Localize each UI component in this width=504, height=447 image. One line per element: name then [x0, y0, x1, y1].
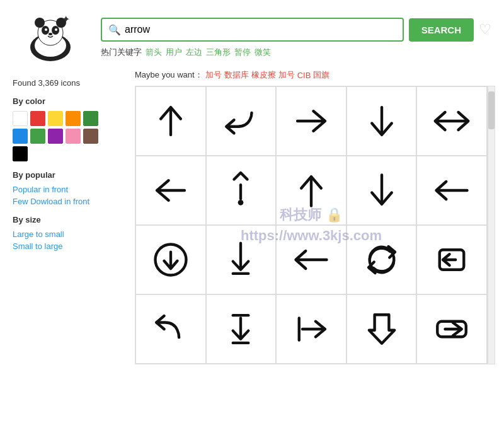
color-orange[interactable] [66, 111, 81, 126]
color-black[interactable] [13, 146, 28, 161]
color-pink[interactable] [66, 129, 81, 144]
logo-area: ✦ [13, 13, 88, 63]
popular-in-front-link[interactable]: Popular in front [13, 185, 126, 194]
large-to-small-link[interactable]: Large to small [13, 229, 126, 239]
color-blue[interactable] [13, 129, 28, 144]
icon-grid [135, 86, 488, 364]
color-yellow[interactable] [48, 111, 63, 126]
hot-label: 热门关键字 [101, 47, 142, 58]
icon-cell-down-with-line[interactable] [206, 294, 277, 364]
color-white[interactable] [13, 111, 28, 126]
hot-keyword-2[interactable]: 用户 [166, 47, 182, 58]
hot-keywords-row: 热门关键字 箭头 用户 左边 三角形 暂停 微笑 [101, 47, 491, 58]
by-size-title: By size [13, 215, 126, 224]
maybe-keyword-3[interactable]: 橡皮擦 [251, 69, 276, 81]
icon-cell-right-chunky[interactable] [416, 294, 487, 364]
icon-cell-left-arrow-long[interactable] [416, 156, 487, 225]
icon-cell-left-arrow2[interactable] [276, 225, 346, 294]
icon-cell-leftright-arrow[interactable] [416, 86, 487, 156]
hot-keyword-1[interactable]: 箭头 [146, 47, 162, 58]
svg-point-7 [49, 33, 52, 35]
hot-keyword-6[interactable]: 微笑 [255, 47, 271, 58]
svg-text:✦: ✦ [62, 14, 70, 25]
icon-grid-with-scroll: 科技师 🔒 https://www.3kjs.com [135, 86, 495, 364]
sidebar: Found 3,369 icons By color By popular Po… [6, 69, 132, 364]
icon-cell-refresh[interactable] [346, 225, 417, 294]
hot-keyword-5[interactable]: 暂停 [234, 47, 251, 58]
icon-cell-down-arrow[interactable] [346, 86, 417, 156]
icon-cell-updown-dot[interactable] [206, 156, 277, 225]
by-color-title: By color [13, 96, 126, 106]
icon-cell-exit-arrow[interactable] [416, 225, 487, 294]
maybe-label: Maybe you want： [135, 69, 203, 81]
by-popular-title: By popular [13, 170, 126, 180]
color-light-green[interactable] [30, 129, 45, 144]
maybe-you-want-row: Maybe you want： 加号 数据库 橡皮擦 加号 CIB 国旗 [135, 69, 495, 81]
search-input-wrapper[interactable]: 🔍 [101, 18, 404, 42]
icon-cell-down-arrow3[interactable] [206, 225, 277, 294]
icon-cell-circle-down[interactable] [135, 225, 206, 294]
few-download-link[interactable]: Few Dowload in front [13, 197, 126, 206]
found-count: Found 3,369 icons [13, 78, 126, 88]
icon-cell-right-from-bar[interactable] [276, 294, 346, 364]
logo-icon: ✦ [19, 13, 82, 63]
icon-grid-wrapper: 科技师 🔒 https://www.3kjs.com [135, 86, 488, 364]
color-green[interactable] [83, 111, 98, 126]
icon-cell-down-chunky[interactable] [346, 294, 417, 364]
popular-links: Popular in front Few Dowload in front [13, 185, 126, 206]
icon-cell-up-arrow[interactable] [135, 86, 206, 156]
scroll-thumb[interactable] [488, 91, 495, 129]
maybe-keyword-2[interactable]: 数据库 [224, 69, 249, 81]
color-red[interactable] [30, 111, 45, 126]
icon-cell-down-arrow2[interactable] [346, 156, 417, 225]
icon-cell-left-arrow[interactable] [135, 156, 206, 225]
content-area: Maybe you want： 加号 数据库 橡皮擦 加号 CIB 国旗 科技师… [132, 69, 498, 364]
color-purple[interactable] [48, 129, 63, 144]
maybe-keyword-5[interactable]: CIB [297, 71, 311, 80]
maybe-keyword-4[interactable]: 加号 [278, 69, 295, 81]
small-to-large-link[interactable]: Small to large [13, 241, 126, 251]
svg-point-17 [238, 200, 244, 206]
maybe-keyword-1[interactable]: 加号 [205, 69, 222, 81]
icon-cell-up-arrow2[interactable] [276, 156, 346, 225]
maybe-keyword-6[interactable]: 国旗 [313, 69, 329, 81]
size-links: Large to small Small to large [13, 229, 126, 251]
icon-cell-undo[interactable] [135, 294, 206, 364]
svg-point-5 [45, 28, 47, 31]
color-grid [13, 111, 126, 161]
search-button[interactable]: SEARCH [409, 18, 474, 42]
hot-keyword-4[interactable]: 三角形 [206, 47, 231, 58]
favorite-button[interactable]: ♡ [479, 21, 491, 38]
search-icon: 🔍 [108, 24, 121, 36]
main-layout: Found 3,369 icons By color By popular Po… [0, 69, 504, 364]
search-area: 🔍 SEARCH ♡ 热门关键字 箭头 用户 左边 三角形 暂停 微笑 [101, 18, 491, 58]
svg-point-8 [35, 18, 45, 28]
header: ✦ 🔍 SEARCH ♡ 热门关键字 箭头 用户 左边 三角形 暂停 微笑 [0, 0, 504, 69]
svg-point-6 [55, 28, 57, 31]
search-bar: 🔍 SEARCH ♡ [101, 18, 491, 42]
color-brown[interactable] [83, 129, 98, 144]
scrollbar[interactable] [488, 86, 495, 364]
hot-keyword-3[interactable]: 左边 [186, 47, 202, 58]
icon-cell-right-arrow[interactable] [276, 86, 346, 156]
search-input[interactable] [125, 19, 396, 40]
icon-cell-return-arrow[interactable] [206, 86, 277, 156]
